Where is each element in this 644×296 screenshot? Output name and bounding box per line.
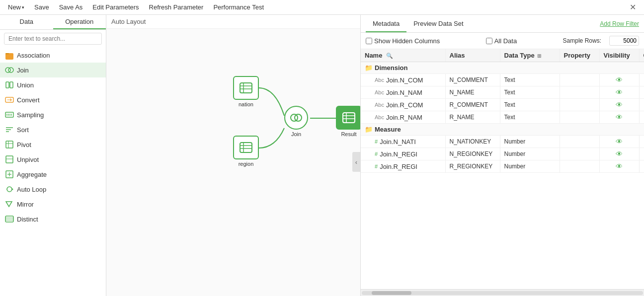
table-row[interactable]: #Join.N_REGI N_REGIONKEY Number 👁 👁 bbox=[361, 148, 644, 160]
sidebar-item-sort[interactable]: Sort bbox=[0, 122, 106, 137]
cell-data-type: Text bbox=[500, 99, 560, 111]
sidebar-item-union[interactable]: Union bbox=[0, 77, 106, 92]
table-row[interactable]: AbcJoin.N_COM N_COMMENT Text 👁 👁 bbox=[361, 74, 644, 86]
horizontal-scrollbar[interactable] bbox=[361, 289, 644, 296]
cell-col-visibility: 👁 bbox=[639, 86, 644, 99]
sampling-icon bbox=[5, 110, 14, 119]
sidebar-item-association[interactable]: Association bbox=[0, 48, 106, 63]
chevron-down-icon: ▾ bbox=[22, 5, 24, 10]
cell-col-visibility: 👁 bbox=[639, 99, 644, 111]
node-result[interactable]: Result bbox=[336, 106, 361, 137]
svg-rect-28 bbox=[240, 83, 252, 93]
svg-rect-38 bbox=[240, 143, 252, 152]
cell-alias: N_COMMENT bbox=[445, 74, 500, 86]
sort-icon[interactable]: ⊞ bbox=[537, 53, 541, 59]
sidebar-item-auto-loop[interactable]: Auto Loop bbox=[0, 182, 106, 197]
node-region[interactable]: region bbox=[233, 136, 259, 167]
eye-icon[interactable]: 👁 bbox=[616, 150, 623, 158]
pivot-icon bbox=[5, 140, 14, 149]
table-row[interactable]: AbcJoin.R_COM R_COMMENT Text 👁 👁 bbox=[361, 99, 644, 111]
show-hidden-checkbox-input[interactable] bbox=[366, 38, 372, 44]
node-box-nation bbox=[233, 76, 259, 100]
unpivot-icon bbox=[5, 155, 14, 164]
col-visibility: Visibility bbox=[599, 49, 639, 62]
eye-icon[interactable]: 👁 bbox=[616, 162, 623, 170]
sidebar-item-pivot[interactable]: Pivot bbox=[0, 137, 106, 152]
canvas-content[interactable]: nation Join Result regi bbox=[106, 29, 360, 295]
cell-col-visibility: 👁 bbox=[639, 136, 644, 148]
table-row[interactable]: AbcJoin.R_NAM R_NAME Text 👁 👁 bbox=[361, 111, 644, 124]
tab-preview-dataset[interactable]: Preview Data Set bbox=[406, 16, 470, 32]
sidebar-item-label: Sort bbox=[17, 126, 29, 134]
auto-layout-label: Auto Layout bbox=[111, 18, 146, 25]
canvas-area: Auto Layout nation bbox=[106, 15, 361, 296]
main-toolbar: New ▾ Save Save As Edit Parameters Refre… bbox=[0, 0, 644, 15]
cell-property bbox=[560, 86, 599, 99]
eye-icon[interactable]: 👁 bbox=[616, 113, 623, 121]
cell-data-type: Number bbox=[500, 136, 560, 148]
meta-toolbar: Show Hidden Columns All Data Sample Rows… bbox=[361, 33, 644, 49]
sample-rows-label: Sample Rows: bbox=[563, 37, 601, 44]
cell-visibility: 👁 bbox=[599, 148, 639, 160]
cell-property bbox=[560, 148, 599, 160]
node-join[interactable]: Join bbox=[284, 106, 308, 137]
edit-parameters-button[interactable]: Edit Parameters bbox=[88, 1, 143, 13]
sidebar-item-label: Association bbox=[17, 52, 50, 59]
tab-metadata[interactable]: Metadata bbox=[366, 16, 406, 32]
svg-marker-24 bbox=[6, 202, 12, 207]
collapse-handle[interactable]: ‹ bbox=[352, 152, 360, 172]
node-label-nation: nation bbox=[239, 101, 253, 107]
cell-name: #Join.N_REGI bbox=[361, 148, 445, 160]
show-hidden-columns-checkbox[interactable]: Show Hidden Columns bbox=[366, 37, 440, 45]
scroll-thumb[interactable] bbox=[372, 291, 411, 295]
sidebar-item-label: Sampling bbox=[17, 111, 44, 119]
distinct-icon bbox=[5, 215, 14, 223]
all-data-checkbox-input[interactable] bbox=[486, 38, 492, 44]
search-input[interactable] bbox=[4, 33, 102, 45]
all-data-checkbox[interactable]: All Data bbox=[486, 37, 517, 45]
union-icon bbox=[5, 80, 14, 89]
cell-property bbox=[560, 111, 599, 124]
sidebar-item-convert[interactable]: Convert bbox=[0, 92, 106, 107]
sidebar-item-unpivot[interactable]: Unpivot bbox=[0, 152, 106, 167]
sidebar-item-sampling[interactable]: Sampling bbox=[0, 107, 106, 122]
cell-visibility: 👁 bbox=[599, 99, 639, 111]
new-button[interactable]: New ▾ bbox=[4, 1, 28, 13]
sidebar: Data Operation Association Join bbox=[0, 15, 106, 296]
table-row[interactable]: AbcJoin.N_NAM N_NAME Text 👁 👁 bbox=[361, 86, 644, 99]
group-name: Measure bbox=[375, 126, 401, 133]
sidebar-item-label: Mirror bbox=[17, 201, 34, 208]
tab-operation[interactable]: Operation bbox=[53, 15, 106, 29]
svg-rect-18 bbox=[6, 156, 13, 163]
sidebar-item-join[interactable]: Join bbox=[0, 63, 106, 77]
eye-icon[interactable]: 👁 bbox=[616, 76, 623, 84]
sidebar-item-label: Convert bbox=[17, 96, 40, 104]
sidebar-item-distinct[interactable]: Distinct bbox=[0, 212, 106, 226]
cell-alias: R_REGIONKEY bbox=[445, 160, 500, 173]
sidebar-item-label: Aggregate bbox=[17, 171, 47, 178]
node-box-region bbox=[233, 136, 259, 159]
tab-data[interactable]: Data bbox=[0, 15, 53, 29]
save-as-button[interactable]: Save As bbox=[55, 1, 87, 13]
node-nation[interactable]: nation bbox=[233, 76, 259, 107]
save-button[interactable]: Save bbox=[30, 1, 53, 13]
close-button[interactable]: ✕ bbox=[626, 1, 640, 13]
eye-icon[interactable]: 👁 bbox=[616, 88, 623, 96]
cell-alias: N_NATIONKEY bbox=[445, 136, 500, 148]
sample-rows-input[interactable] bbox=[609, 36, 639, 46]
sidebar-item-label: Unpivot bbox=[17, 156, 39, 163]
search-icon[interactable]: 🔍 bbox=[386, 53, 393, 59]
sidebar-item-aggregate[interactable]: Aggregate bbox=[0, 167, 106, 182]
add-row-filter-link[interactable]: Add Row Filter bbox=[600, 20, 639, 27]
sidebar-item-mirror[interactable]: Mirror bbox=[0, 197, 106, 212]
refresh-parameter-button[interactable]: Refresh Parameter bbox=[145, 1, 208, 13]
table-row[interactable]: #Join.R_REGI R_REGIONKEY Number 👁 👁 bbox=[361, 160, 644, 173]
sidebar-item-label: Pivot bbox=[17, 141, 31, 148]
table-row[interactable]: #Join.N_NATI N_NATIONKEY Number 👁 👁 bbox=[361, 136, 644, 148]
eye-icon[interactable]: 👁 bbox=[616, 101, 623, 109]
cell-visibility: 👁 bbox=[599, 160, 639, 173]
node-box-join bbox=[284, 106, 308, 130]
eye-icon[interactable]: 👁 bbox=[616, 138, 623, 146]
performance-test-button[interactable]: Performance Test bbox=[209, 1, 268, 13]
cell-visibility: 👁 bbox=[599, 136, 639, 148]
